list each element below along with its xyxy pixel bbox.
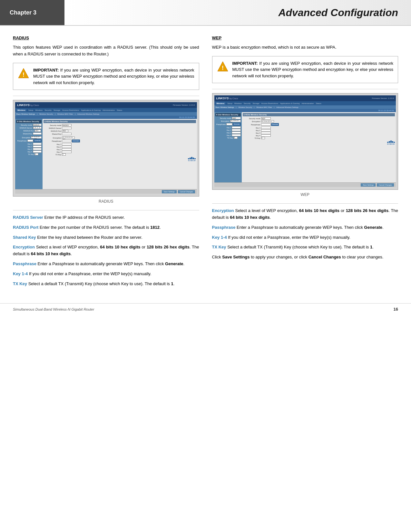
wep-key14-desc: Key 1-4 If you did not enter a Passphras… <box>212 234 398 241</box>
header-title-area: Advanced Configuration <box>64 0 411 25</box>
radius-server-term: RADIUS Server <box>13 215 43 220</box>
radius-intro: This option features WEP used in coordin… <box>13 44 199 58</box>
footer-product: Simultaneous Dual-Band Wireless-N Gigabi… <box>13 307 94 311</box>
wep-save-desc: Click Save Settings to apply your change… <box>212 254 398 261</box>
radius-server-desc: RADIUS Server Enter the IP address of th… <box>13 214 199 221</box>
wep-key14-term: Key 1-4 <box>212 235 227 240</box>
svg-text:!: ! <box>23 72 24 78</box>
radius-key14-term: Key 1-4 <box>13 271 28 276</box>
wep-warning-icon: ! <box>217 61 229 73</box>
radius-passphrase-term: Passphrase <box>13 261 36 266</box>
radius-txkey-desc: TX Key Select a default TX (Transmit) Ke… <box>13 281 199 287</box>
wep-caption: WEP <box>212 192 398 197</box>
wep-important-label: IMPORTANT: <box>232 61 258 66</box>
right-column: WEP WEP is a basic encryption method, wh… <box>212 35 398 290</box>
wep-encryption-term: Encryption <box>212 208 234 213</box>
wep-txkey-term: TX Key <box>212 245 226 249</box>
wep-txkey-desc: TX Key Select a default TX (Transmit) Ke… <box>212 244 398 251</box>
radius-notice-text: IMPORTANT: If you are using WEP encrypti… <box>33 67 194 86</box>
wep-intro: WEP is a basic encryption method, which … <box>212 44 398 51</box>
main-content: RADIUS This option features WEP used in … <box>0 26 411 297</box>
radius-important-label: IMPORTANT: <box>33 68 59 73</box>
chapter-text: Chapter 3 <box>10 9 36 16</box>
wep-save-settings-btn[interactable]: Save Settings <box>361 183 376 187</box>
wep-notice-text: IMPORTANT: If you are using WEP encrypti… <box>232 60 394 79</box>
radius-router-screenshot: LINKSYS by Cisco Firmware Version: 1.0.0… <box>13 100 199 197</box>
cancel-changes-btn[interactable]: Cancel Changes <box>178 190 195 193</box>
divider-2 <box>13 210 199 210</box>
radius-notice-box: ! IMPORTANT: If you are using WEP encryp… <box>13 63 199 90</box>
radius-encryption-term: Encryption <box>13 245 35 249</box>
radius-passphrase-desc: Passphrase Enter a Passphrase to automat… <box>13 261 199 267</box>
page-title: Advanced Configuration <box>278 7 398 19</box>
chapter-label: Chapter 3 <box>0 0 64 25</box>
divider-3 <box>212 89 398 89</box>
wep-passphrase-desc: Passphrase Enter a Passphrase to automat… <box>212 224 398 231</box>
svg-text:!: ! <box>222 65 224 71</box>
radius-encryption-desc: Encryption Select a level of WEP encrypt… <box>13 244 199 257</box>
page-header: Chapter 3 Advanced Configuration <box>0 0 411 26</box>
footer-page-number: 16 <box>394 307 398 312</box>
radius-txkey-term: TX Key <box>13 281 27 286</box>
radius-key14-desc: Key 1-4 If you did not enter a Passphras… <box>13 271 199 277</box>
radius-caption: RADIUS <box>13 199 199 204</box>
page-footer: Simultaneous Dual-Band Wireless-N Gigabi… <box>0 303 411 315</box>
wep-notice-box: ! IMPORTANT: If you are using WEP encryp… <box>212 56 398 83</box>
radius-port-desc: RADIUS Port Enter the port number of the… <box>13 224 199 231</box>
wep-desc-list: Encryption Select a level of WEP encrypt… <box>212 208 398 261</box>
radius-desc-list: RADIUS Server Enter the IP address of th… <box>13 214 199 287</box>
left-column: RADIUS This option features WEP used in … <box>13 35 199 290</box>
wep-cancel-changes-btn[interactable]: Cancel Changes <box>377 183 394 187</box>
radius-port-term: RADIUS Port <box>13 225 38 230</box>
divider-4 <box>212 203 398 204</box>
wep-encryption-desc: Encryption Select a level of WEP encrypt… <box>212 208 398 221</box>
divider-1 <box>13 96 199 96</box>
warning-icon: ! <box>18 68 29 79</box>
wep-router-screenshot: LINKSYS by Cisco Firmware Version: 1.0.0… <box>212 93 398 190</box>
save-settings-btn[interactable]: Save Settings <box>162 190 177 193</box>
wep-passphrase-term: Passphrase <box>212 225 236 230</box>
shared-key-term: Shared Key <box>13 235 36 240</box>
wep-section-title: WEP <box>212 35 398 40</box>
shared-key-desc: Shared Key Enter the key shared between … <box>13 234 199 241</box>
radius-section-title: RADIUS <box>13 35 199 40</box>
